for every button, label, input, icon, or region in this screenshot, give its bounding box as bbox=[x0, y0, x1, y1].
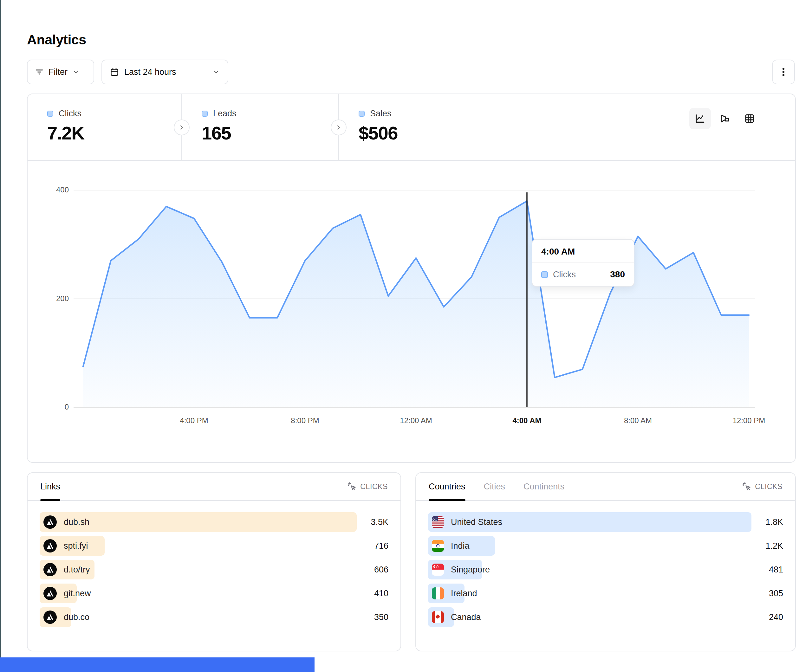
sales-legend-square-icon bbox=[358, 111, 365, 117]
link-row[interactable]: git.new410 bbox=[39, 583, 388, 603]
funnel-chart-view-button[interactable] bbox=[714, 108, 735, 129]
ie-flag-icon bbox=[432, 587, 444, 599]
clicks-legend-square-icon bbox=[47, 111, 53, 117]
links-metric-selector[interactable]: CLICKS bbox=[348, 482, 388, 491]
ca-flag-icon bbox=[432, 611, 444, 623]
links-panel: Links CLICKS dub.sh3.5Kspti.fyi716d.to/t… bbox=[27, 472, 401, 652]
dub-logo-icon bbox=[43, 611, 57, 624]
country-row[interactable]: Singapore481 bbox=[428, 560, 783, 580]
link-row[interactable]: dub.sh3.5K bbox=[39, 512, 388, 532]
clicks-chart[interactable]: 0200400 4:00 PM8:00 PM12:00 AM4:00 AM8:0… bbox=[27, 161, 795, 463]
stat-label: Leads bbox=[213, 109, 237, 119]
page-title: Analytics bbox=[27, 32, 86, 48]
sg-flag-icon bbox=[432, 564, 444, 576]
x-axis-label: 12:00 PM bbox=[733, 416, 765, 425]
country-row[interactable]: United States1.8K bbox=[428, 512, 783, 532]
countries-panel-header: Countries Cities Continents CLICKS bbox=[416, 473, 795, 501]
row-label: dub.sh bbox=[64, 517, 89, 527]
more-options-button[interactable] bbox=[772, 60, 795, 84]
filter-icon bbox=[34, 67, 44, 77]
tooltip-value: 380 bbox=[610, 269, 625, 280]
window-left-edge bbox=[0, 0, 1, 672]
dub-logo-icon bbox=[43, 587, 57, 600]
tooltip-series-label: Clicks bbox=[553, 270, 576, 280]
link-row[interactable]: dub.co350 bbox=[39, 607, 388, 627]
row-count: 716 bbox=[357, 541, 388, 551]
countries-panel: Countries Cities Continents CLICKS Unite… bbox=[415, 472, 796, 652]
tab-links[interactable]: Links bbox=[40, 473, 60, 500]
metric-label: CLICKS bbox=[755, 483, 783, 491]
link-row[interactable]: spti.fyi716 bbox=[39, 536, 388, 556]
row-count: 1.2K bbox=[751, 541, 783, 551]
cursor-click-icon bbox=[348, 482, 357, 491]
tab-countries[interactable]: Countries bbox=[429, 473, 466, 500]
row-label: Singapore bbox=[451, 565, 490, 575]
expand-sales-button[interactable] bbox=[331, 119, 346, 135]
row-count: 606 bbox=[357, 565, 388, 575]
tooltip-time: 4:00 AM bbox=[532, 240, 634, 263]
stat-value: 7.2K bbox=[47, 122, 181, 143]
x-axis-label: 8:00 PM bbox=[291, 416, 319, 425]
metric-label: CLICKS bbox=[360, 483, 388, 491]
line-chart-icon bbox=[695, 113, 705, 124]
kebab-menu-icon bbox=[779, 67, 788, 77]
stat-label: Sales bbox=[370, 109, 392, 119]
expand-leads-button[interactable] bbox=[174, 119, 189, 135]
stat-value: 165 bbox=[202, 122, 338, 143]
chevron-right-icon bbox=[178, 124, 185, 131]
table-view-button[interactable] bbox=[739, 108, 760, 129]
date-range-label: Last 24 hours bbox=[124, 67, 176, 77]
row-count: 410 bbox=[357, 588, 388, 599]
clicks-legend-square-icon bbox=[541, 271, 548, 278]
grid-table-icon bbox=[744, 113, 755, 124]
row-label: git.new bbox=[64, 588, 91, 599]
chevron-right-icon bbox=[335, 124, 342, 131]
stat-tab-clicks[interactable]: Clicks 7.2K bbox=[27, 94, 181, 160]
chart-canvas[interactable] bbox=[73, 178, 755, 419]
dub-logo-icon bbox=[43, 539, 57, 553]
dub-logo-icon bbox=[43, 515, 57, 529]
tab-continents[interactable]: Continents bbox=[524, 473, 565, 500]
row-count: 3.5K bbox=[357, 517, 388, 527]
cursor-click-icon bbox=[742, 482, 751, 491]
x-axis-label: 8:00 AM bbox=[624, 416, 652, 425]
stats-row: Clicks 7.2K Leads 165 Sales $506 bbox=[27, 94, 795, 161]
row-count: 350 bbox=[357, 612, 388, 622]
country-row[interactable]: Canada240 bbox=[428, 607, 783, 627]
x-axis-label: 12:00 AM bbox=[400, 416, 432, 425]
row-label: Ireland bbox=[451, 588, 477, 599]
date-range-button[interactable]: Last 24 hours bbox=[101, 60, 228, 84]
us-flag-icon bbox=[432, 516, 444, 528]
row-label: dub.co bbox=[64, 612, 89, 622]
stat-label: Clicks bbox=[59, 109, 82, 119]
funnel-chart-icon bbox=[720, 113, 730, 124]
row-count: 305 bbox=[751, 588, 783, 599]
analytics-card: Clicks 7.2K Leads 165 Sales $506 bbox=[27, 94, 796, 463]
link-row[interactable]: d.to/try606 bbox=[39, 560, 388, 580]
x-axis-label: 4:00 AM bbox=[512, 416, 541, 425]
row-label: spti.fyi bbox=[64, 541, 88, 551]
chevron-down-icon bbox=[212, 68, 220, 76]
stat-tab-leads[interactable]: Leads 165 bbox=[182, 94, 338, 160]
country-row[interactable]: Ireland305 bbox=[428, 583, 783, 603]
countries-metric-selector[interactable]: CLICKS bbox=[742, 482, 783, 491]
filter-button-label: Filter bbox=[48, 67, 68, 77]
chart-area-fill bbox=[83, 201, 749, 407]
dub-logo-icon bbox=[43, 563, 57, 576]
x-axis-label: 4:00 PM bbox=[180, 416, 208, 425]
row-label: United States bbox=[451, 517, 502, 527]
filter-button[interactable]: Filter bbox=[27, 60, 94, 84]
y-axis-label: 200 bbox=[34, 294, 69, 303]
row-label: India bbox=[451, 541, 469, 551]
tab-cities[interactable]: Cities bbox=[484, 473, 505, 500]
row-count: 481 bbox=[751, 565, 783, 575]
leads-legend-square-icon bbox=[202, 111, 208, 117]
country-row[interactable]: India1.2K bbox=[428, 536, 783, 556]
bottom-blue-bar bbox=[0, 657, 314, 672]
calendar-icon bbox=[110, 67, 119, 77]
y-axis-label: 0 bbox=[34, 403, 69, 411]
line-chart-view-button[interactable] bbox=[689, 108, 711, 129]
stat-tab-sales[interactable]: Sales $506 bbox=[339, 94, 498, 160]
chart-tooltip: 4:00 AM Clicks 380 bbox=[532, 239, 635, 287]
row-count: 240 bbox=[751, 612, 783, 622]
